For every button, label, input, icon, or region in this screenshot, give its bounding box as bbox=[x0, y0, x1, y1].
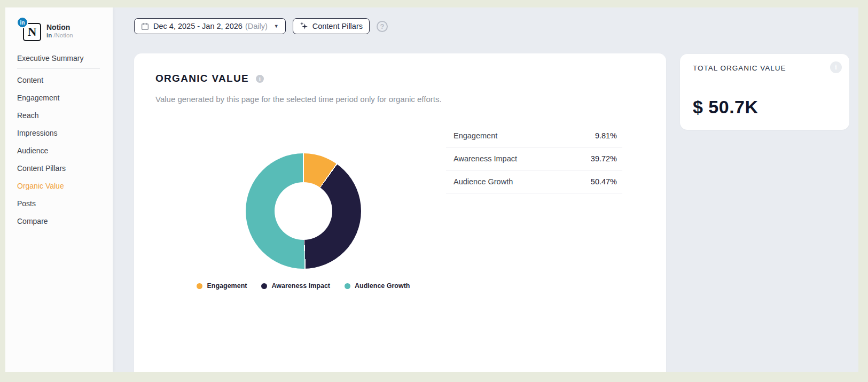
date-range-label: Dec 4, 2025 - Jan 2, 2026 bbox=[153, 22, 243, 30]
content-pillars-label: Content Pillars bbox=[312, 22, 363, 30]
sidebar-item-compare[interactable]: Compare bbox=[5, 212, 113, 230]
notion-logo: in N bbox=[17, 17, 41, 41]
sidebar-item-posts[interactable]: Posts bbox=[5, 194, 113, 212]
page: in N Notion in/Notion Executive Summary … bbox=[0, 0, 868, 382]
sidebar-item-organic-value[interactable]: Organic Value bbox=[5, 177, 113, 194]
brand-handle-path: /Notion bbox=[53, 32, 73, 38]
calendar-icon bbox=[141, 22, 149, 30]
legend-label: Engagement bbox=[207, 282, 247, 290]
notion-logo-letter: N bbox=[28, 25, 37, 39]
sidebar-item-executive-summary[interactable]: Executive Summary bbox=[5, 49, 113, 67]
chart-column: Engagement Awareness Impact Audience Gro… bbox=[134, 53, 473, 372]
sidebar: in N Notion in/Notion Executive Summary … bbox=[5, 7, 113, 372]
brand-handle: in/Notion bbox=[46, 32, 73, 40]
legend-item-engagement[interactable]: Engagement bbox=[197, 282, 247, 290]
brand-name: Notion bbox=[46, 23, 73, 32]
table-row: Awareness Impact 39.72% bbox=[446, 147, 622, 170]
content-area: Dec 4, 2025 - Jan 2, 2026 (Daily) ▼ Cont… bbox=[113, 7, 858, 372]
sidebar-item-impressions[interactable]: Impressions bbox=[5, 124, 113, 142]
sidebar-nav: Executive Summary Content Engagement Rea… bbox=[5, 49, 113, 230]
table-row: Audience Growth 50.47% bbox=[446, 170, 622, 193]
legend-dot-awareness-impact bbox=[261, 283, 267, 289]
total-organic-value: $ 50.7K bbox=[693, 97, 758, 118]
chart-legend: Engagement Awareness Impact Audience Gro… bbox=[134, 282, 473, 290]
sidebar-item-engagement[interactable]: Engagement bbox=[5, 89, 113, 106]
table-row-label: Audience Growth bbox=[453, 177, 513, 186]
sparkles-icon bbox=[300, 22, 308, 30]
sidebar-item-audience[interactable]: Audience bbox=[5, 142, 113, 159]
legend-label: Awareness Impact bbox=[271, 282, 330, 290]
date-range-picker[interactable]: Dec 4, 2025 - Jan 2, 2026 (Daily) ▼ bbox=[134, 18, 286, 34]
linkedin-badge-text: in bbox=[20, 20, 25, 26]
sidebar-divider bbox=[17, 68, 100, 69]
table-row: Engagement 9.81% bbox=[446, 124, 622, 147]
total-card-title: TOTAL ORGANIC VALUE bbox=[693, 61, 786, 72]
brand-text: Notion in/Notion bbox=[46, 17, 73, 40]
organic-value-donut-chart[interactable] bbox=[246, 153, 361, 269]
total-card-header: TOTAL ORGANIC VALUE i bbox=[693, 61, 842, 73]
chevron-down-icon: ▼ bbox=[274, 24, 279, 29]
content-pillars-button[interactable]: Content Pillars bbox=[293, 18, 370, 34]
brand-handle-network: in bbox=[46, 32, 52, 38]
table-row-label: Engagement bbox=[453, 131, 497, 140]
organic-value-table: Engagement 9.81% Awareness Impact 39.72%… bbox=[446, 124, 622, 193]
organic-value-card: ORGANIC VALUE i Value generated by this … bbox=[134, 53, 666, 372]
sidebar-item-content[interactable]: Content bbox=[5, 71, 113, 89]
sidebar-item-reach[interactable]: Reach bbox=[5, 106, 113, 124]
table-row-value: 9.81% bbox=[595, 131, 617, 140]
help-icon[interactable]: ? bbox=[377, 21, 388, 32]
table-row-label: Awareness Impact bbox=[453, 154, 517, 163]
sidebar-item-content-pillars[interactable]: Content Pillars bbox=[5, 159, 113, 177]
total-organic-value-card: TOTAL ORGANIC VALUE i $ 50.7K bbox=[680, 54, 849, 130]
toolbar: Dec 4, 2025 - Jan 2, 2026 (Daily) ▼ Cont… bbox=[134, 18, 388, 34]
info-icon[interactable]: i bbox=[830, 61, 842, 73]
legend-dot-audience-growth bbox=[345, 283, 350, 289]
linkedin-badge-icon: in bbox=[17, 17, 28, 28]
legend-label: Audience Growth bbox=[355, 282, 410, 290]
table-row-value: 39.72% bbox=[591, 154, 617, 163]
table-row-value: 50.47% bbox=[591, 177, 617, 186]
legend-dot-engagement bbox=[197, 283, 202, 289]
app-frame: in N Notion in/Notion Executive Summary … bbox=[5, 7, 858, 372]
legend-item-audience-growth[interactable]: Audience Growth bbox=[345, 282, 410, 290]
legend-item-awareness-impact[interactable]: Awareness Impact bbox=[261, 282, 330, 290]
date-granularity-label: (Daily) bbox=[245, 22, 268, 30]
brand-header: in N Notion in/Notion bbox=[17, 17, 73, 41]
